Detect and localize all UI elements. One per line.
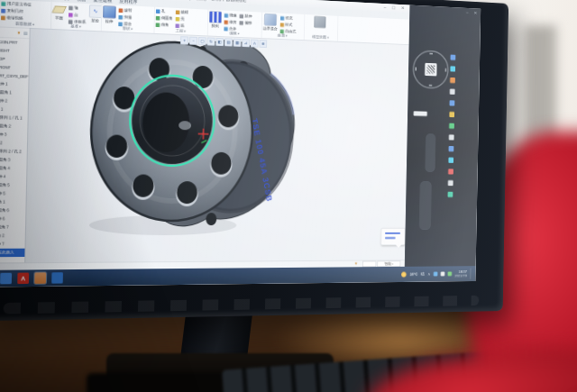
maximize-button[interactable]: ▢ — [391, 5, 395, 10]
taskbar-app-icon[interactable] — [0, 273, 12, 285]
tree-item[interactable]: 孔 2 — [0, 139, 27, 148]
sketch-button[interactable]: ∿草绘 — [88, 5, 102, 24]
mirror-button[interactable]: 镜像 — [224, 13, 237, 19]
hole-button[interactable]: 孔 — [156, 8, 173, 14]
boundary-blend-icon — [264, 14, 277, 25]
graphics-toolbar-icon[interactable]: ＋ — [180, 36, 188, 44]
sketch-icon: ∿ — [88, 5, 101, 18]
fill-button[interactable]: 填充 — [280, 15, 297, 22]
taskbar-clock[interactable]: 16:07 2021/7/9 — [454, 269, 467, 278]
tree-item[interactable]: 倒圆角 4 — [0, 164, 26, 173]
tree-settings-icon[interactable]: ▤ — [23, 31, 28, 35]
tree-item[interactable]: 拉伸 6 — [0, 214, 25, 223]
draft-button[interactable]: 拔模 — [176, 9, 188, 15]
taskbar-app-icon[interactable] — [51, 272, 63, 283]
taskbar-app-icon[interactable]: A — [17, 273, 29, 285]
system-tray: 16°C 晴 ∧ 16:07 2021/7/9 — [401, 266, 472, 282]
dock-button-lower[interactable] — [419, 181, 431, 230]
extend-button[interactable]: 延伸 — [240, 14, 252, 20]
tree-item[interactable]: 拉伸 3 — [0, 130, 27, 139]
tree-item[interactable]: 倒圆角 3 — [0, 156, 27, 165]
tree-item[interactable]: ◆ 在此插入 — [0, 249, 24, 258]
pattern-button[interactable]: 阵列 — [209, 11, 222, 29]
dock-close-button[interactable]: ✕ — [474, 11, 478, 15]
plane-icon — [52, 5, 67, 13]
weather-temperature[interactable]: 16°C — [409, 272, 417, 277]
dock-tool-icon[interactable] — [449, 112, 454, 117]
graphics-toolbar-icon[interactable]: － — [189, 37, 197, 45]
tree-item[interactable]: 倒圆角 7 — [0, 223, 25, 232]
style-button[interactable]: 样式 — [280, 22, 297, 28]
group-surfaces: 边界混合 填充 样式 自由式 曲面 — [261, 13, 305, 41]
weather-condition[interactable]: 晴 — [421, 271, 425, 277]
extrude-icon — [103, 5, 116, 18]
tree-filter-icon[interactable]: ▼ — [17, 31, 22, 35]
tree-item[interactable]: 拉伸 5 — [0, 189, 26, 198]
extrude-button[interactable]: 拉伸 — [103, 5, 116, 24]
boundary-blend-button[interactable]: 边界混合 — [263, 14, 279, 32]
offset-button[interactable]: 偏移 — [239, 20, 252, 26]
datum-point-button[interactable]: 点 — [69, 12, 87, 18]
status-filter-icon[interactable]: ▼ — [354, 261, 358, 266]
model-intent-button[interactable] — [314, 16, 325, 28]
group-editing: 阵列 镜像 修剪 合并 延伸 偏移 编辑 — [207, 10, 262, 38]
tree-item[interactable]: 倒角 2 — [0, 232, 25, 240]
dock-tool-icon[interactable] — [448, 192, 453, 197]
minimize-button[interactable]: – — [384, 5, 387, 9]
weather-sun-icon[interactable] — [401, 271, 407, 277]
sweep-button[interactable]: 扫描 — [118, 14, 132, 21]
show-desktop-button[interactable] — [470, 269, 472, 279]
monitor: 4SC23N (活动的) - Creo Parametric – ▢ ✕ — [0, 0, 508, 321]
tree-item[interactable]: 拉伸 7 — [0, 240, 25, 249]
graphics-toolbar-icon[interactable]: ↻ — [207, 37, 215, 45]
tray-expand-icon[interactable]: ∧ — [427, 272, 430, 277]
tray-network-icon[interactable] — [448, 271, 452, 276]
3d-model-viewport[interactable]: TSE 100 45A 3CSB — [24, 28, 408, 262]
compass-dial[interactable] — [413, 50, 449, 89]
taskbar-app-icon[interactable] — [34, 272, 46, 284]
dock-tool-icon[interactable] — [449, 123, 454, 129]
dock-tool-icon[interactable] — [450, 77, 455, 83]
dock-icon-column — [448, 55, 456, 197]
dock-tool-icon[interactable] — [449, 146, 454, 151]
dock-tool-icon[interactable] — [451, 55, 456, 60]
group-shapes: 拉伸 旋转 扫描 混合 形状 — [101, 5, 155, 33]
graphics-toolbar-icon[interactable]: A — [251, 40, 259, 48]
round-button[interactable]: 倒圆角 — [156, 15, 173, 22]
graphics-toolbar-icon[interactable]: ▦ — [234, 39, 242, 47]
dock-tool-icon[interactable] — [450, 100, 455, 105]
tree-item[interactable]: 倒圆角 2 — [0, 122, 27, 131]
tray-app-icon[interactable] — [434, 272, 437, 277]
close-button[interactable]: ✕ — [401, 5, 405, 10]
dock-label-chip — [414, 111, 427, 116]
copy-geometry-button[interactable]: 复制几何 — [1, 8, 32, 15]
dock-button-upper[interactable] — [426, 133, 435, 172]
tree-item[interactable]: 拉伸 4 — [0, 172, 26, 181]
graphics-toolbar-icon[interactable]: ▢ — [198, 37, 206, 45]
revolve-button[interactable]: 旋转 — [119, 7, 133, 14]
datum-plane-button[interactable]: 平面 — [52, 4, 66, 22]
dock-tool-icon[interactable] — [448, 158, 453, 163]
datum-axis-button[interactable]: 轴 — [69, 5, 87, 12]
notification-bubble[interactable] — [380, 228, 405, 245]
dock-minimize-button[interactable]: – — [466, 10, 469, 14]
dock-tool-icon[interactable] — [449, 134, 454, 140]
graphics-toolbar-icon[interactable]: ▤ — [224, 38, 233, 46]
group-get-data: 用户定义特征 复制几何 收缩包络 获取数据 — [0, 0, 51, 29]
tray-volume-icon[interactable] — [441, 272, 444, 277]
dock-tool-icon[interactable] — [450, 66, 455, 71]
graphics-toolbar-icon[interactable]: ⊕ — [259, 40, 267, 48]
trim-button[interactable]: 修剪 — [224, 19, 237, 25]
tree-item[interactable]: 倒角 1 — [0, 198, 26, 207]
tree-item[interactable]: 阵列 2 / 孔 2 — [0, 147, 27, 156]
udf-button[interactable]: 用户定义特征 — [1, 1, 32, 8]
dock-tool-icon[interactable] — [448, 180, 453, 186]
tree-item[interactable]: 倒圆角 6 — [0, 206, 25, 215]
graphics-toolbar-icon[interactable]: ◧ — [215, 38, 224, 46]
graphics-toolbar-icon[interactable]: ⊿ — [242, 39, 250, 47]
dock-tool-icon[interactable] — [450, 89, 455, 95]
shell-button[interactable]: 壳 — [175, 16, 188, 23]
dock-tool-icon[interactable] — [448, 169, 453, 174]
group-engineering: 孔 倒圆角 倒角 拔模 壳 筋 工程 — [153, 7, 207, 36]
tree-item[interactable]: 倒圆角 5 — [0, 181, 26, 190]
